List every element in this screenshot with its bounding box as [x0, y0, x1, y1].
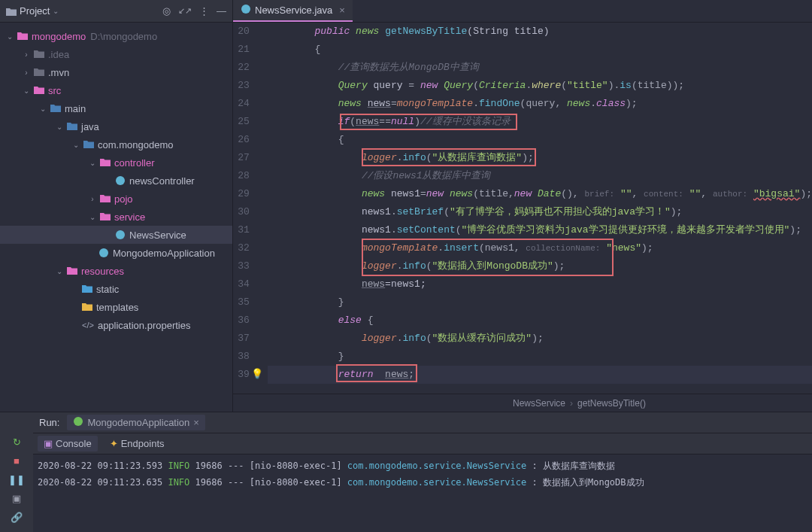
chevron-right-icon: ›: [23, 50, 30, 59]
chevron-down-icon: ⌄: [72, 141, 80, 149]
chevron-down-icon: ⌄: [89, 159, 96, 167]
run-config-tab[interactable]: MongodemoApplication ×: [67, 415, 205, 430]
folder-icon: [82, 284, 92, 294]
svg-point-2: [99, 248, 108, 257]
run-label: Run:: [39, 417, 59, 428]
endpoints-icon: ✦: [110, 438, 118, 449]
run-tool-window: ↻ ■ ❚❚ ▣ 🔗 Run: MongodemoApplication × ▣…: [0, 412, 812, 532]
package-icon: [100, 157, 111, 168]
console-tab[interactable]: ▣ Console: [38, 436, 98, 451]
console-output[interactable]: 2020-08-22 09:11:23.593 INFO 19686 --- […: [33, 454, 812, 532]
tree-item-static[interactable]: static: [0, 280, 232, 298]
class-icon: [98, 248, 109, 258]
stop-icon[interactable]: ■: [14, 455, 20, 467]
folder-icon: [6, 7, 17, 15]
tree-item-mvn[interactable]: › .mvn: [0, 63, 232, 81]
class-icon: [115, 175, 126, 186]
svg-point-1: [116, 230, 125, 239]
bulb-icon[interactable]: 💡: [251, 366, 263, 384]
project-tree: ⌄ mongodemo D:\mongodemo › .idea › .mvn …: [0, 23, 232, 412]
chevron-right-icon: ›: [23, 68, 30, 77]
package-icon: [100, 211, 111, 222]
close-icon[interactable]: ×: [339, 5, 345, 16]
tree-item-pojo[interactable]: › pojo: [0, 190, 232, 208]
link-icon[interactable]: 🔗: [11, 512, 23, 523]
tree-item-templates[interactable]: templates: [0, 298, 232, 316]
close-icon[interactable]: ×: [193, 417, 199, 428]
tree-root[interactable]: ⌄ mongodemo D:\mongodemo: [0, 27, 232, 45]
chevron-right-icon: ›: [89, 195, 96, 203]
spring-icon: [73, 416, 83, 429]
svg-point-0: [116, 176, 125, 185]
folder-icon: [82, 302, 92, 312]
svg-point-3: [241, 5, 250, 14]
code-content[interactable]: public news getNewsByTitle(String title)…: [268, 23, 812, 394]
module-icon: [17, 31, 28, 41]
tree-item-controller[interactable]: ⌄ controller: [0, 154, 232, 172]
tree-item-java[interactable]: ⌄ java: [0, 117, 232, 135]
source-folder-icon: [67, 121, 77, 132]
project-tool-window: Project ⌄ ◎ ↙↗ ⋮ — ⌄ mongodemo D:\mongod…: [0, 0, 233, 412]
tab-newsservice[interactable]: NewsService.java ×: [233, 0, 353, 22]
class-icon: [115, 230, 126, 240]
tree-item-news-controller[interactable]: newsController: [0, 172, 232, 190]
tree-item-package[interactable]: ⌄ com.mongodemo: [0, 135, 232, 154]
svg-point-4: [74, 417, 83, 426]
camera-icon[interactable]: ▣: [12, 493, 21, 504]
more-icon[interactable]: ⋮: [199, 5, 209, 17]
run-side-rail: ↻ ■ ❚❚ ▣ 🔗: [0, 412, 33, 532]
chevron-down-icon: ⌄: [6, 32, 14, 41]
java-file-icon: [241, 4, 251, 17]
tree-item-app-props[interactable]: </> application.properties: [0, 316, 232, 334]
chevron-down-icon: ⌄: [39, 105, 47, 113]
run-tabs: ▣ Console ✦ Endpoints: [33, 433, 812, 454]
chevron-down-icon: ⌄: [56, 267, 63, 275]
chevron-down-icon: ⌄: [56, 123, 63, 131]
breadcrumb-item[interactable]: NewsService: [513, 398, 565, 409]
tree-item-main[interactable]: ⌄ main: [0, 99, 232, 117]
tree-item-idea[interactable]: › .idea: [0, 45, 232, 63]
project-title: Project: [20, 5, 50, 17]
resources-folder-icon: [67, 266, 77, 276]
folder-icon: [34, 67, 44, 78]
line-gutter: 2021222324252627282930313233343536373839: [233, 23, 260, 394]
editor-tabs: NewsService.java ×: [233, 0, 812, 23]
chevron-down-icon: ⌄: [89, 213, 96, 221]
editor-breadcrumb[interactable]: NewsService › getNewsByTitle(): [233, 394, 812, 412]
tree-item-src[interactable]: ⌄ src: [0, 81, 232, 99]
target-icon[interactable]: ◎: [162, 5, 171, 17]
chevron-down-icon[interactable]: ⌄: [53, 7, 59, 15]
tab-label: NewsService.java: [255, 5, 332, 16]
pause-icon[interactable]: ❚❚: [8, 474, 25, 485]
tree-item-news-service[interactable]: NewsService: [0, 226, 232, 244]
properties-icon: </>: [82, 321, 94, 330]
endpoints-tab[interactable]: ✦ Endpoints: [104, 436, 171, 451]
minimize-icon[interactable]: —: [217, 5, 226, 17]
tree-item-app-class[interactable]: MongodemoApplication: [0, 244, 232, 262]
console-icon: ▣: [44, 438, 53, 449]
chevron-down-icon: ⌄: [23, 87, 30, 95]
collapse-icon[interactable]: ↙↗: [178, 6, 192, 16]
breadcrumb-sep-icon: ›: [570, 398, 573, 409]
project-header: Project ⌄ ◎ ↙↗ ⋮ —: [0, 0, 232, 23]
tree-item-service[interactable]: ⌄ service: [0, 208, 232, 226]
folder-icon: [34, 85, 44, 96]
run-header: Run: MongodemoApplication ×: [33, 412, 812, 433]
package-icon: [83, 139, 94, 150]
folder-icon: [50, 103, 61, 114]
tree-item-resources[interactable]: ⌄ resources: [0, 262, 232, 280]
breadcrumb-item[interactable]: getNewsByTitle(): [577, 398, 646, 409]
code-editor[interactable]: 2021222324252627282930313233343536373839…: [233, 23, 812, 394]
rerun-icon[interactable]: ↻: [13, 436, 21, 448]
folder-icon: [34, 49, 44, 59]
package-icon: [100, 193, 111, 204]
